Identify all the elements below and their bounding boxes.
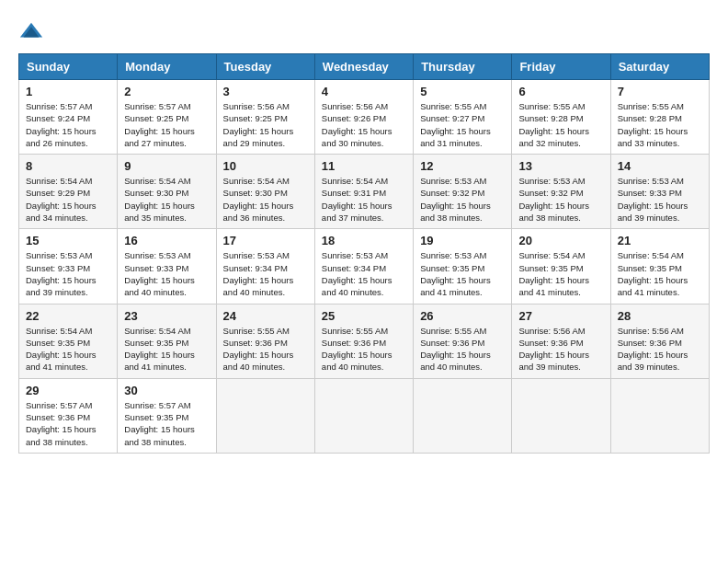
- day-number: 14: [618, 159, 702, 173]
- cell-info: Sunrise: 5:56 AM Sunset: 9:36 PM Dayligh…: [618, 325, 702, 373]
- calendar-cell: 30Sunrise: 5:57 AM Sunset: 9:35 PM Dayli…: [118, 378, 216, 453]
- cell-info: Sunrise: 5:55 AM Sunset: 9:28 PM Dayligh…: [618, 100, 702, 149]
- cell-info: Sunrise: 5:56 AM Sunset: 9:36 PM Dayligh…: [518, 325, 603, 373]
- day-number: 24: [223, 309, 308, 323]
- cell-info: Sunrise: 5:53 AM Sunset: 9:33 PM Dayligh…: [124, 249, 209, 298]
- cell-info: Sunrise: 5:55 AM Sunset: 9:27 PM Dayligh…: [420, 100, 505, 149]
- calendar-cell: 17Sunrise: 5:53 AM Sunset: 9:34 PM Dayli…: [216, 229, 314, 304]
- day-number: 30: [124, 384, 209, 397]
- cell-info: Sunrise: 5:57 AM Sunset: 9:36 PM Dayligh…: [26, 399, 110, 448]
- calendar-cell: 14Sunrise: 5:53 AM Sunset: 9:33 PM Dayli…: [610, 155, 709, 229]
- calendar-cell: 18Sunrise: 5:53 AM Sunset: 9:34 PM Dayli…: [314, 229, 413, 304]
- calendar-cell: 27Sunrise: 5:56 AM Sunset: 9:36 PM Dayli…: [512, 304, 610, 378]
- calendar-week-row: 1Sunrise: 5:57 AM Sunset: 9:24 PM Daylig…: [19, 80, 710, 155]
- calendar-header-thursday: Thursday: [414, 54, 512, 80]
- calendar-week-row: 8Sunrise: 5:54 AM Sunset: 9:29 PM Daylig…: [19, 155, 710, 229]
- calendar-header-saturday: Saturday: [610, 54, 709, 80]
- calendar-cell: 11Sunrise: 5:54 AM Sunset: 9:31 PM Dayli…: [314, 155, 413, 229]
- calendar-cell: [314, 378, 413, 453]
- calendar-cell: 5Sunrise: 5:55 AM Sunset: 9:27 PM Daylig…: [414, 80, 512, 155]
- day-number: 18: [322, 234, 406, 247]
- calendar-cell: 6Sunrise: 5:55 AM Sunset: 9:28 PM Daylig…: [512, 80, 610, 155]
- day-number: 4: [322, 85, 406, 98]
- calendar-cell: 21Sunrise: 5:54 AM Sunset: 9:35 PM Dayli…: [610, 229, 709, 304]
- day-number: 7: [618, 85, 702, 98]
- calendar-header-tuesday: Tuesday: [216, 54, 314, 80]
- calendar-cell: 8Sunrise: 5:54 AM Sunset: 9:29 PM Daylig…: [19, 155, 118, 229]
- day-number: 10: [223, 159, 308, 173]
- cell-info: Sunrise: 5:57 AM Sunset: 9:35 PM Dayligh…: [124, 399, 209, 448]
- day-number: 15: [26, 234, 110, 247]
- cell-info: Sunrise: 5:53 AM Sunset: 9:35 PM Dayligh…: [420, 249, 505, 298]
- day-number: 1: [26, 85, 110, 98]
- calendar-cell: 2Sunrise: 5:57 AM Sunset: 9:25 PM Daylig…: [118, 80, 216, 155]
- day-number: 8: [26, 159, 110, 173]
- calendar-cell: [414, 378, 512, 453]
- day-number: 13: [518, 159, 603, 173]
- cell-info: Sunrise: 5:54 AM Sunset: 9:30 PM Dayligh…: [223, 175, 308, 224]
- calendar-cell: 4Sunrise: 5:56 AM Sunset: 9:26 PM Daylig…: [314, 80, 413, 155]
- calendar-week-row: 29Sunrise: 5:57 AM Sunset: 9:36 PM Dayli…: [19, 378, 710, 453]
- cell-info: Sunrise: 5:53 AM Sunset: 9:34 PM Dayligh…: [223, 249, 308, 298]
- calendar-cell: 1Sunrise: 5:57 AM Sunset: 9:24 PM Daylig…: [19, 80, 118, 155]
- cell-info: Sunrise: 5:53 AM Sunset: 9:32 PM Dayligh…: [518, 175, 603, 224]
- day-number: 26: [420, 309, 505, 323]
- calendar-cell: 20Sunrise: 5:54 AM Sunset: 9:35 PM Dayli…: [512, 229, 610, 304]
- day-number: 5: [420, 85, 505, 98]
- cell-info: Sunrise: 5:54 AM Sunset: 9:35 PM Dayligh…: [26, 325, 110, 373]
- day-number: 20: [518, 234, 603, 247]
- cell-info: Sunrise: 5:53 AM Sunset: 9:34 PM Dayligh…: [322, 249, 406, 298]
- calendar-cell: 16Sunrise: 5:53 AM Sunset: 9:33 PM Dayli…: [118, 229, 216, 304]
- day-number: 19: [420, 234, 505, 247]
- day-number: 2: [124, 85, 209, 98]
- calendar-cell: 28Sunrise: 5:56 AM Sunset: 9:36 PM Dayli…: [610, 304, 709, 378]
- cell-info: Sunrise: 5:54 AM Sunset: 9:31 PM Dayligh…: [322, 175, 406, 224]
- day-number: 17: [223, 234, 308, 247]
- day-number: 12: [420, 159, 505, 173]
- cell-info: Sunrise: 5:53 AM Sunset: 9:32 PM Dayligh…: [420, 175, 505, 224]
- cell-info: Sunrise: 5:54 AM Sunset: 9:35 PM Dayligh…: [124, 325, 209, 373]
- cell-info: Sunrise: 5:54 AM Sunset: 9:29 PM Dayligh…: [26, 175, 110, 224]
- day-number: 29: [26, 384, 110, 397]
- calendar-cell: [512, 378, 610, 453]
- cell-info: Sunrise: 5:53 AM Sunset: 9:33 PM Dayligh…: [618, 175, 702, 224]
- day-number: 3: [223, 85, 308, 98]
- calendar-cell: 19Sunrise: 5:53 AM Sunset: 9:35 PM Dayli…: [414, 229, 512, 304]
- page-header: [18, 18, 710, 44]
- cell-info: Sunrise: 5:57 AM Sunset: 9:24 PM Dayligh…: [26, 100, 110, 149]
- calendar-cell: 12Sunrise: 5:53 AM Sunset: 9:32 PM Dayli…: [414, 155, 512, 229]
- cell-info: Sunrise: 5:55 AM Sunset: 9:36 PM Dayligh…: [223, 325, 308, 373]
- calendar-header-sunday: Sunday: [19, 54, 118, 80]
- calendar-header-monday: Monday: [118, 54, 216, 80]
- calendar-cell: 29Sunrise: 5:57 AM Sunset: 9:36 PM Dayli…: [19, 378, 118, 453]
- cell-info: Sunrise: 5:54 AM Sunset: 9:35 PM Dayligh…: [518, 249, 603, 298]
- calendar-header-wednesday: Wednesday: [314, 54, 413, 80]
- calendar-cell: 7Sunrise: 5:55 AM Sunset: 9:28 PM Daylig…: [610, 80, 709, 155]
- cell-info: Sunrise: 5:56 AM Sunset: 9:25 PM Dayligh…: [223, 100, 308, 149]
- calendar-header-row: SundayMondayTuesdayWednesdayThursdayFrid…: [19, 54, 710, 80]
- day-number: 9: [124, 159, 209, 173]
- day-number: 6: [518, 85, 603, 98]
- calendar: SundayMondayTuesdayWednesdayThursdayFrid…: [18, 53, 710, 454]
- day-number: 16: [124, 234, 209, 247]
- calendar-week-row: 15Sunrise: 5:53 AM Sunset: 9:33 PM Dayli…: [19, 229, 710, 304]
- day-number: 23: [124, 309, 209, 323]
- cell-info: Sunrise: 5:56 AM Sunset: 9:26 PM Dayligh…: [322, 100, 406, 149]
- cell-info: Sunrise: 5:55 AM Sunset: 9:36 PM Dayligh…: [322, 325, 406, 373]
- calendar-cell: [610, 378, 709, 453]
- calendar-cell: 25Sunrise: 5:55 AM Sunset: 9:36 PM Dayli…: [314, 304, 413, 378]
- calendar-cell: 3Sunrise: 5:56 AM Sunset: 9:25 PM Daylig…: [216, 80, 314, 155]
- calendar-cell: 24Sunrise: 5:55 AM Sunset: 9:36 PM Dayli…: [216, 304, 314, 378]
- day-number: 22: [26, 309, 110, 323]
- calendar-week-row: 22Sunrise: 5:54 AM Sunset: 9:35 PM Dayli…: [19, 304, 710, 378]
- day-number: 11: [322, 159, 406, 173]
- calendar-header-friday: Friday: [512, 54, 610, 80]
- logo-icon: [18, 18, 44, 44]
- cell-info: Sunrise: 5:54 AM Sunset: 9:35 PM Dayligh…: [618, 249, 702, 298]
- cell-info: Sunrise: 5:53 AM Sunset: 9:33 PM Dayligh…: [26, 249, 110, 298]
- calendar-cell: 15Sunrise: 5:53 AM Sunset: 9:33 PM Dayli…: [19, 229, 118, 304]
- day-number: 21: [618, 234, 702, 247]
- calendar-cell: [216, 378, 314, 453]
- calendar-cell: 26Sunrise: 5:55 AM Sunset: 9:36 PM Dayli…: [414, 304, 512, 378]
- calendar-cell: 23Sunrise: 5:54 AM Sunset: 9:35 PM Dayli…: [118, 304, 216, 378]
